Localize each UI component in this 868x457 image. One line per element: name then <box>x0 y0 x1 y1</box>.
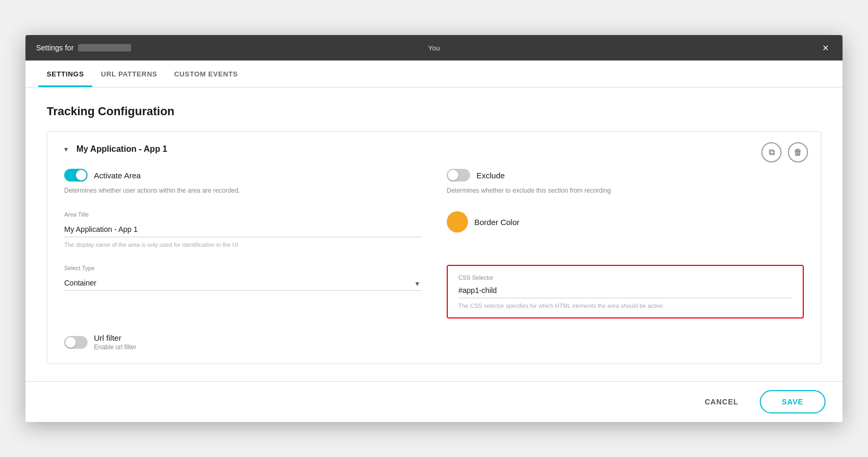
toggle-knob <box>65 337 76 348</box>
tab-settings[interactable]: SETTINGS <box>38 61 92 87</box>
app-section: ▾ My Application - App 1 ⧉ 🗑 <box>47 131 821 364</box>
border-color-group: Border Color <box>447 211 804 248</box>
app-name: My Application - App 1 <box>76 144 167 154</box>
select-type-wrapper: Container Element Frame ▾ <box>64 275 421 291</box>
css-selector-label: CSS Selector <box>458 274 792 281</box>
app-actions: ⧉ 🗑 <box>761 142 808 162</box>
area-title-group: Area Title The display name of the area … <box>64 211 421 248</box>
modal-body: Tracking Configuration ▾ My Application … <box>25 88 843 381</box>
url-filter-row: Url filter Enable url filter <box>64 333 804 351</box>
exclude-label: Exclude <box>476 171 505 180</box>
exclude-toggle[interactable] <box>447 169 470 182</box>
header-title: Settings for <box>36 44 131 52</box>
activate-area-toggle[interactable] <box>64 169 88 182</box>
settings-for-label: Settings for <box>36 44 74 52</box>
url-filter-label: Url filter <box>94 333 136 342</box>
copy-button[interactable]: ⧉ <box>761 142 782 162</box>
toggle-knob <box>448 170 458 180</box>
area-title-input[interactable] <box>64 222 421 237</box>
css-selector-group: CSS Selector The CSS selector specifies … <box>447 265 804 318</box>
tab-url-patterns[interactable]: URL PATTERNS <box>92 61 166 87</box>
area-title-label: Area Title <box>64 211 421 218</box>
settings-modal: Settings for You × SETTINGS URL PATTERNS… <box>25 35 843 422</box>
delete-button[interactable]: 🗑 <box>788 142 808 162</box>
toggle-knob <box>76 170 86 180</box>
border-color-swatch[interactable] <box>447 211 468 232</box>
section-title: Tracking Configuration <box>47 105 821 118</box>
area-title-hint: The display name of the area is only use… <box>64 242 421 248</box>
tab-custom-events[interactable]: CUSTOM EVENTS <box>166 61 246 87</box>
exclude-toggle-row: Exclude <box>447 169 804 182</box>
app-header: ▾ My Application - App 1 <box>64 144 804 154</box>
chevron-down-icon[interactable]: ▾ <box>64 145 68 153</box>
activate-area-group: Activate Area Determines whether user ac… <box>64 169 421 194</box>
header-center-text: You <box>428 44 440 52</box>
close-button[interactable]: × <box>819 41 832 54</box>
select-type-group: Select Type Container Element Frame ▾ <box>64 265 421 318</box>
tab-bar: SETTINGS URL PATTERNS CUSTOM EVENTS <box>25 61 843 88</box>
copy-icon: ⧉ <box>769 148 775 157</box>
css-selector-input[interactable] <box>458 283 792 298</box>
form-grid: Activate Area Determines whether user ac… <box>64 169 804 318</box>
activate-area-toggle-row: Activate Area <box>64 169 421 182</box>
css-selector-hint: The CSS selector specifies for which HTM… <box>458 303 792 309</box>
save-button[interactable]: SAVE <box>760 390 826 413</box>
activate-area-description: Determines whether user actions within t… <box>64 187 421 194</box>
url-filter-text: Url filter Enable url filter <box>94 333 136 351</box>
css-selector-box: CSS Selector The CSS selector specifies … <box>447 265 804 318</box>
modal-footer: CANCEL SAVE <box>25 381 843 422</box>
exclude-group: Exclude Determines whether to exclude th… <box>447 169 804 194</box>
select-type-label: Select Type <box>64 265 421 271</box>
activate-area-label: Activate Area <box>94 171 141 180</box>
url-filter-description: Enable url filter <box>94 343 136 351</box>
select-type-dropdown[interactable]: Container Element Frame <box>64 275 421 291</box>
url-filter-toggle[interactable] <box>64 336 88 349</box>
exclude-description: Determines whether to exclude this secti… <box>447 187 804 194</box>
modal-header: Settings for You × <box>25 35 843 61</box>
blurred-name <box>78 44 131 51</box>
trash-icon: 🗑 <box>794 148 802 157</box>
border-color-label: Border Color <box>474 218 519 227</box>
border-color-row: Border Color <box>447 211 804 232</box>
cancel-button[interactable]: CANCEL <box>694 391 749 412</box>
